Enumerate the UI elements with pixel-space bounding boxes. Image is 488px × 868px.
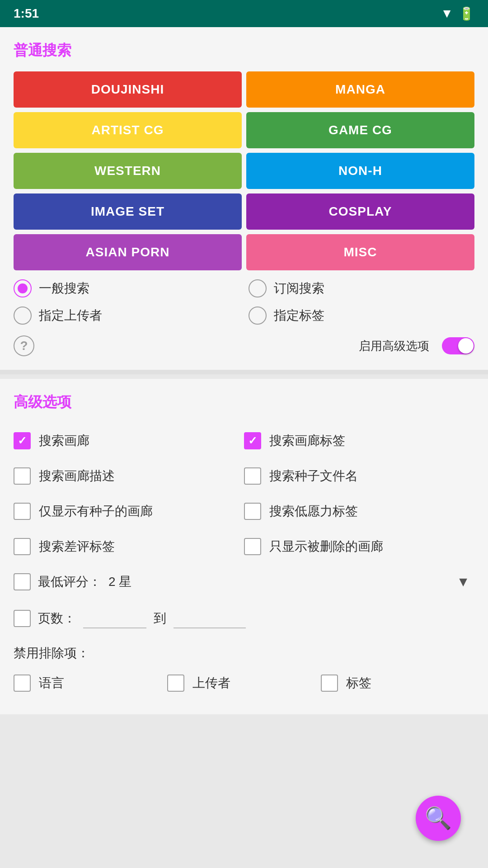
checkbox-search-gallery-tags-box[interactable]: ✓	[244, 432, 261, 449]
min-rating-label: 最低评分：	[38, 573, 101, 590]
advanced-options-title: 高级选项	[14, 392, 474, 412]
btn-cosplay[interactable]: COSPLAY	[246, 193, 474, 230]
rating-value: 2 星	[108, 573, 131, 590]
advanced-toggle-switch[interactable]	[442, 337, 474, 354]
disable-grid: 语言 上传者 标签	[14, 665, 474, 701]
advanced-options-card: 高级选项 ✓ 搜索画廊 ✓ 搜索画廊标签 搜索画廊描述 搜索种子文件名 仅显示有…	[0, 379, 488, 714]
rating-select[interactable]: 2 星 ▼	[108, 573, 474, 590]
checkbox-search-bad-tags[interactable]: 搜索差评标签	[14, 529, 244, 564]
btn-misc[interactable]: MISC	[246, 234, 474, 270]
page-range-to: 到	[154, 610, 166, 627]
btn-image-set[interactable]: IMAGE SET	[14, 193, 242, 230]
dropdown-arrow-icon: ▼	[456, 574, 470, 590]
page-range-to-input[interactable]	[174, 609, 246, 628]
radio-uploader-outer[interactable]	[14, 307, 32, 325]
search-fab[interactable]: 🔍	[416, 796, 461, 841]
checkbox-show-with-torrent-label: 仅显示有种子的画廊	[39, 503, 153, 520]
disable-uploader-checkbox[interactable]	[167, 675, 184, 692]
checkbox-search-low-power-tags[interactable]: 搜索低愿力标签	[244, 494, 474, 529]
min-rating-row: 最低评分： 2 星 ▼	[14, 564, 474, 599]
status-bar: 1:51 ▼ 🔋	[0, 0, 488, 27]
disable-tags[interactable]: 标签	[321, 665, 474, 701]
btn-manga[interactable]: MANGA	[246, 71, 474, 108]
checkbox-search-low-power-tags-box[interactable]	[244, 503, 261, 520]
checkbox-search-description[interactable]: 搜索画廊描述	[14, 458, 244, 494]
checkmark-search-gallery: ✓	[18, 434, 27, 447]
checkbox-search-gallery[interactable]: ✓ 搜索画廊	[14, 423, 244, 458]
btn-game-cg[interactable]: GAME CG	[246, 112, 474, 148]
checkbox-search-gallery-box[interactable]: ✓	[14, 432, 31, 449]
status-icons: ▼ 🔋	[441, 6, 474, 21]
card-divider	[0, 370, 488, 374]
radio-tag-label: 指定标签	[274, 307, 324, 324]
advanced-toggle-row: ? 启用高级选项	[14, 335, 474, 356]
checkbox-search-gallery-tags[interactable]: ✓ 搜索画廊标签	[244, 423, 474, 458]
checkbox-show-with-torrent[interactable]: 仅显示有种子的画廊	[14, 494, 244, 529]
page-range-label: 页数：	[38, 610, 76, 627]
radio-subscription-outer[interactable]	[249, 279, 267, 297]
checkbox-search-description-label: 搜索画廊描述	[39, 467, 115, 485]
normal-search-title: 普通搜索	[14, 41, 474, 61]
wifi-icon: ▼	[441, 6, 453, 21]
checkbox-search-gallery-label: 搜索画廊	[39, 432, 89, 449]
radio-subscription-label: 订阅搜索	[274, 280, 324, 297]
btn-asian-porn[interactable]: ASIAN PORN	[14, 234, 242, 270]
toggle-knob	[458, 338, 474, 354]
checkbox-search-bad-tags-label: 搜索差评标签	[39, 538, 115, 555]
checkbox-show-deleted-box[interactable]	[244, 538, 261, 555]
checkbox-show-with-torrent-box[interactable]	[14, 503, 31, 520]
checkbox-grid: ✓ 搜索画廊 ✓ 搜索画廊标签 搜索画廊描述 搜索种子文件名 仅显示有种子的画廊…	[14, 423, 474, 564]
btn-western[interactable]: WESTERN	[14, 153, 242, 189]
help-icon[interactable]: ?	[14, 335, 34, 356]
normal-search-card: 普通搜索 DOUJINSHI MANGA ARTIST CG GAME CG W…	[0, 27, 488, 370]
radio-subscription-search[interactable]: 订阅搜索	[249, 279, 474, 297]
disable-uploader[interactable]: 上传者	[167, 665, 321, 701]
checkbox-search-low-power-tags-label: 搜索低愿力标签	[269, 503, 358, 520]
battery-icon: 🔋	[459, 6, 474, 21]
disable-uploader-label: 上传者	[192, 675, 230, 692]
btn-non-h[interactable]: NON-H	[246, 153, 474, 189]
checkbox-search-torrent[interactable]: 搜索种子文件名	[244, 458, 474, 494]
checkbox-search-torrent-label: 搜索种子文件名	[269, 467, 358, 485]
checkmark-search-gallery-tags: ✓	[248, 434, 257, 447]
page-range-from-input[interactable]	[83, 609, 146, 628]
checkbox-show-deleted-label: 只显示被删除的画廊	[269, 538, 383, 555]
radio-general-search[interactable]: 一般搜索	[14, 279, 239, 297]
toggle-row-right: 启用高级选项	[359, 337, 474, 354]
radio-uploader-search[interactable]: 指定上传者	[14, 307, 239, 325]
radio-general-label: 一般搜索	[39, 280, 89, 297]
btn-doujinshi[interactable]: DOUJINSHI	[14, 71, 242, 108]
radio-general-inner	[18, 283, 28, 293]
min-rating-checkbox[interactable]	[14, 573, 31, 590]
checkbox-search-bad-tags-box[interactable]	[14, 538, 31, 555]
radio-section: 一般搜索 订阅搜索 指定上传者 指定标签	[14, 279, 474, 325]
checkbox-search-gallery-tags-label: 搜索画廊标签	[269, 432, 345, 449]
radio-tag-outer[interactable]	[249, 307, 267, 325]
disable-section-label: 禁用排除项：	[14, 637, 474, 665]
category-button-grid: DOUJINSHI MANGA ARTIST CG GAME CG WESTER…	[14, 71, 474, 270]
status-time: 1:51	[14, 6, 39, 21]
disable-tags-label: 标签	[346, 675, 371, 692]
page-range-row: 页数： 到	[14, 599, 474, 637]
radio-general-outer[interactable]	[14, 279, 32, 297]
btn-artist-cg[interactable]: ARTIST CG	[14, 112, 242, 148]
page-range-checkbox[interactable]	[14, 610, 31, 627]
disable-language-checkbox[interactable]	[14, 675, 31, 692]
disable-tags-checkbox[interactable]	[321, 675, 338, 692]
checkbox-search-torrent-box[interactable]	[244, 467, 261, 485]
disable-language[interactable]: 语言	[14, 665, 167, 701]
radio-tag-search[interactable]: 指定标签	[249, 307, 474, 325]
radio-uploader-label: 指定上传者	[39, 307, 102, 324]
search-fab-icon: 🔍	[425, 806, 452, 831]
checkbox-show-deleted[interactable]: 只显示被删除的画廊	[244, 529, 474, 564]
disable-language-label: 语言	[39, 675, 64, 692]
toggle-label: 启用高级选项	[359, 338, 429, 354]
checkbox-search-description-box[interactable]	[14, 467, 31, 485]
